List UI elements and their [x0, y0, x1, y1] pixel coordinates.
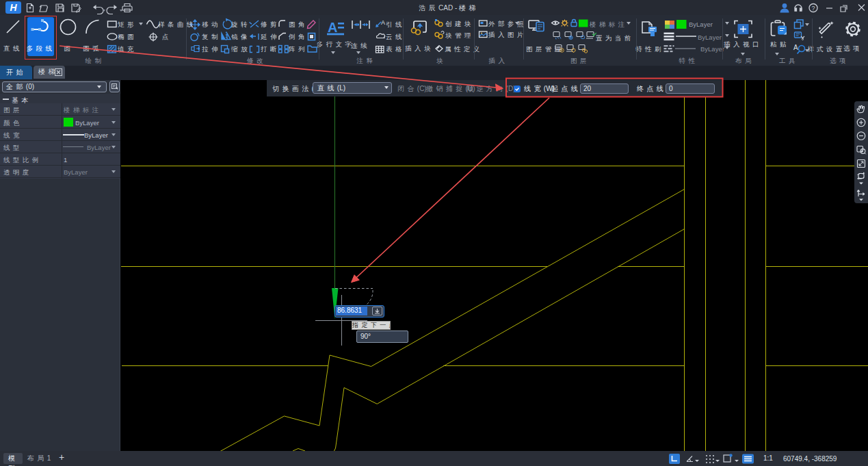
svg-text:A: A	[381, 19, 385, 26]
svg-text:A: A	[328, 20, 337, 35]
svg-text:?: ?	[811, 5, 815, 12]
svg-text:A: A	[793, 44, 798, 51]
